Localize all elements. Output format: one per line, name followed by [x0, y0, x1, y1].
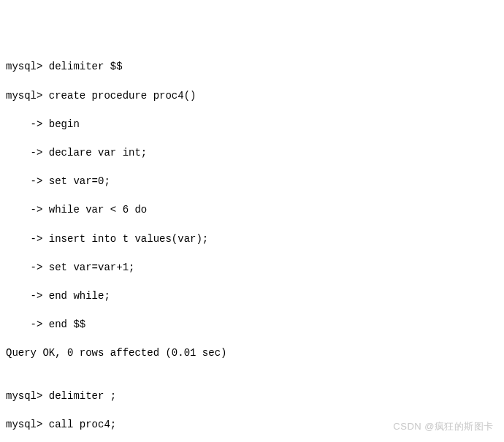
terminal-line: -> declare var int;	[6, 146, 498, 161]
watermark-text: CSDN @疯狂的斯图卡	[393, 420, 494, 433]
terminal-line: -> insert into t values(var);	[6, 232, 498, 247]
terminal-line: mysql> delimiter ;	[6, 389, 498, 404]
terminal-line: -> begin	[6, 118, 498, 132]
terminal-line: mysql> create procedure proc4()	[6, 89, 498, 104]
terminal-line: Query OK, 0 rows affected (0.01 sec)	[6, 346, 498, 361]
terminal-line: -> set var=var+1;	[6, 261, 498, 275]
terminal-line: mysql> delimiter $$	[6, 60, 498, 75]
terminal-line: -> end while;	[6, 289, 498, 304]
terminal-line: -> end $$	[6, 318, 498, 332]
terminal-line: -> while var < 6 do	[6, 203, 498, 218]
terminal-line: -> set var=0;	[6, 175, 498, 189]
